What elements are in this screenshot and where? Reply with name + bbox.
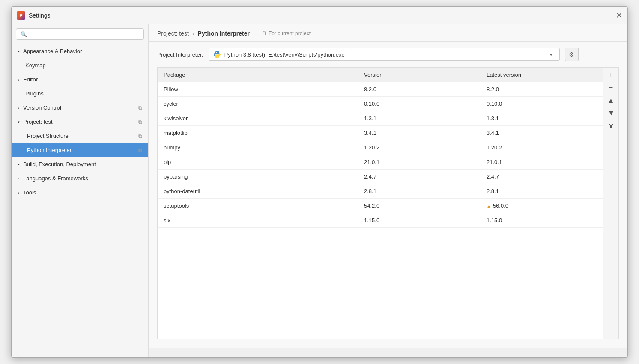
package-name: Pillow bbox=[158, 82, 358, 97]
title-bar-left: P Settings bbox=[17, 11, 51, 20]
content-area: 🔍 ▸Appearance & BehaviorKeymap▸EditorPlu… bbox=[12, 24, 627, 357]
dropdown-arrow-icon[interactable]: ▼ bbox=[547, 52, 555, 57]
table-row[interactable]: Pillow8.2.08.2.0 bbox=[158, 82, 603, 97]
nav-item-label: Editor bbox=[23, 76, 142, 83]
table-row[interactable]: six1.15.01.15.0 bbox=[158, 213, 603, 228]
sidebar-item-languages-frameworks[interactable]: ▸Languages & Frameworks bbox=[12, 171, 148, 185]
upgrade-package-button[interactable]: ▲ bbox=[605, 95, 617, 107]
package-version: 1.15.0 bbox=[358, 213, 481, 228]
interpreter-label: Project Interpreter: bbox=[157, 51, 203, 58]
package-version: 2.8.1 bbox=[358, 184, 481, 199]
arrow-icon: ▸ bbox=[18, 78, 20, 82]
package-latest-version: 3.4.1 bbox=[481, 126, 603, 140]
package-version: 0.10.0 bbox=[358, 97, 481, 111]
sidebar-item-plugins[interactable]: Plugins bbox=[12, 87, 148, 101]
upgrade-arrow-icon: ▲ bbox=[487, 203, 491, 209]
package-latest-version: 1.20.2 bbox=[481, 140, 603, 155]
search-box[interactable]: 🔍 bbox=[16, 28, 144, 40]
badge-text: For current project bbox=[269, 30, 311, 36]
package-version: 21.0.1 bbox=[358, 155, 481, 170]
downgrade-package-button[interactable]: ▲ bbox=[605, 107, 617, 119]
table-scroll[interactable]: Package Version Latest version Pillow8.2… bbox=[158, 68, 603, 339]
package-version: 2.4.7 bbox=[358, 170, 481, 184]
table-row[interactable]: python-dateutil2.8.12.8.1 bbox=[158, 184, 603, 199]
package-name: pyparsing bbox=[158, 170, 358, 184]
table-row[interactable]: kiwisolver1.3.11.3.1 bbox=[158, 111, 603, 126]
package-latest-version: 0.10.0 bbox=[481, 97, 603, 111]
arrow-icon: ▸ bbox=[18, 106, 20, 110]
arrow-icon: ▾ bbox=[18, 120, 20, 124]
sidebar-item-appearance[interactable]: ▸Appearance & Behavior bbox=[12, 44, 148, 58]
sidebar-item-python-interpreter[interactable]: Python Interpreter⧉ bbox=[12, 143, 148, 157]
nav-item-label: Plugins bbox=[25, 90, 142, 97]
table-header: Package Version Latest version bbox=[158, 68, 603, 82]
breadcrumb-badge: 🗒 For current project bbox=[262, 30, 311, 36]
package-table-container: Package Version Latest version Pillow8.2… bbox=[157, 67, 619, 339]
package-latest-version: ▲56.0.0 bbox=[481, 199, 603, 213]
package-name: cycler bbox=[158, 97, 358, 111]
sidebar-item-tools[interactable]: ▸Tools bbox=[12, 185, 148, 200]
package-version: 3.4.1 bbox=[358, 126, 481, 140]
package-name: six bbox=[158, 213, 358, 228]
package-version: 1.20.2 bbox=[358, 140, 481, 155]
table-row[interactable]: pyparsing2.4.72.4.7 bbox=[158, 170, 603, 184]
window-title: Settings bbox=[29, 12, 51, 19]
sidebar: 🔍 ▸Appearance & BehaviorKeymap▸EditorPlu… bbox=[12, 24, 149, 357]
table-row[interactable]: pip21.0.121.0.1 bbox=[158, 155, 603, 170]
nav-item-label: Project Structure bbox=[27, 133, 136, 139]
arrow-icon: ▸ bbox=[18, 191, 20, 195]
header-row: Package Version Latest version bbox=[158, 68, 603, 82]
remove-package-button[interactable]: − bbox=[605, 82, 617, 94]
package-table: Package Version Latest version Pillow8.2… bbox=[158, 68, 603, 228]
table-row[interactable]: numpy1.20.21.20.2 bbox=[158, 140, 603, 155]
interpreter-bar: Project Interpreter: Python 3.8 (test) E… bbox=[149, 42, 627, 67]
breadcrumb-bar: Project: test › Python Interpreter 🗒 For… bbox=[149, 24, 627, 42]
status-bar bbox=[149, 348, 627, 357]
package-name: matplotlib bbox=[158, 126, 358, 140]
col-version: Version bbox=[358, 68, 481, 82]
breadcrumb-parent: Project: test bbox=[157, 30, 189, 37]
package-latest-version: 1.15.0 bbox=[481, 213, 603, 228]
package-version: 1.3.1 bbox=[358, 111, 481, 126]
sidebar-item-version-control[interactable]: ▸Version Control⧉ bbox=[12, 101, 148, 115]
table-row[interactable]: cycler0.10.00.10.0 bbox=[158, 97, 603, 111]
search-input[interactable] bbox=[30, 31, 139, 37]
interpreter-short: Python 3.8 (test) bbox=[224, 51, 265, 58]
right-toolbar: + − ▲ ▲ 👁 bbox=[603, 68, 618, 339]
package-name: numpy bbox=[158, 140, 358, 155]
breadcrumb-current: Python Interpreter bbox=[198, 30, 250, 37]
nav-item-label: Tools bbox=[23, 189, 142, 196]
close-button[interactable]: ✕ bbox=[616, 12, 622, 19]
copy-icon: ⧉ bbox=[138, 119, 142, 125]
arrow-icon: ▸ bbox=[18, 49, 20, 54]
col-latest: Latest version bbox=[481, 68, 603, 82]
breadcrumb-separator: › bbox=[192, 30, 194, 37]
nav-item-label: Python Interpreter bbox=[27, 147, 136, 153]
interpreter-select[interactable]: Python 3.8 (test) E:\test\venv\Scripts\p… bbox=[209, 48, 560, 61]
main-content: Project: test › Python Interpreter 🗒 For… bbox=[149, 24, 627, 357]
package-version: 8.2.0 bbox=[358, 82, 481, 97]
package-latest-version: 2.8.1 bbox=[481, 184, 603, 199]
interpreter-path: E:\test\venv\Scripts\python.exe bbox=[268, 51, 344, 58]
table-row[interactable]: setuptools54.2.0▲56.0.0 bbox=[158, 199, 603, 213]
sidebar-item-editor[interactable]: ▸Editor bbox=[12, 72, 148, 87]
nav-item-label: Languages & Frameworks bbox=[23, 175, 142, 182]
interpreter-settings-button[interactable]: ⚙ bbox=[565, 48, 579, 61]
sidebar-item-build-execution[interactable]: ▸Build, Execution, Deployment bbox=[12, 157, 148, 171]
package-name: pip bbox=[158, 155, 358, 170]
sidebar-item-project-structure[interactable]: Project Structure⧉ bbox=[12, 129, 148, 143]
table-row[interactable]: matplotlib3.4.13.4.1 bbox=[158, 126, 603, 140]
package-latest-version: 2.4.7 bbox=[481, 170, 603, 184]
package-tbody: Pillow8.2.08.2.0cycler0.10.00.10.0kiwiso… bbox=[158, 82, 603, 228]
package-latest-version: 21.0.1 bbox=[481, 155, 603, 170]
sidebar-item-project-test[interactable]: ▾Project: test⧉ bbox=[12, 115, 148, 129]
show-details-button[interactable]: 👁 bbox=[605, 120, 617, 132]
nav-item-label: Build, Execution, Deployment bbox=[23, 161, 142, 167]
package-name: kiwisolver bbox=[158, 111, 358, 126]
app-icon: P bbox=[17, 11, 25, 20]
copy-icon: ⧉ bbox=[138, 147, 142, 153]
add-package-button[interactable]: + bbox=[605, 69, 617, 81]
sidebar-item-keymap[interactable]: Keymap bbox=[12, 58, 148, 72]
badge-icon: 🗒 bbox=[262, 30, 267, 36]
package-latest-version: 1.3.1 bbox=[481, 111, 603, 126]
